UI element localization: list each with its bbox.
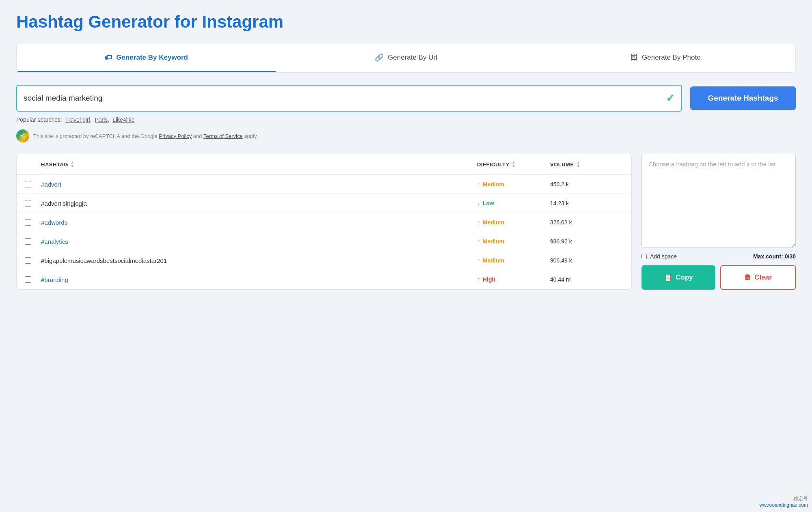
recaptcha-notice: rC This site is protected by reCAPTCHA a… [16, 129, 796, 142]
difficulty-advertisingjogja: ↓ Low [477, 200, 550, 207]
trash-icon: 🗑 [744, 273, 751, 282]
table-row: #bigapplemusicawardsbestsocialmediastar2… [17, 251, 631, 270]
volume-analytics: 986.96 k [550, 238, 623, 245]
keyword-icon: 🏷 [105, 54, 112, 62]
popular-item-0[interactable]: Travel girl [65, 116, 90, 123]
volume-bigapple: 906.49 k [550, 257, 623, 264]
popular-item-1[interactable]: Paris [95, 116, 108, 123]
difficulty-analytics: ↑ Medium [477, 238, 550, 245]
difficulty-branding: ↑ High [477, 276, 550, 283]
action-buttons: 📋 Copy 🗑 Clear [641, 265, 796, 290]
volume-sort[interactable]: ▲▼ [577, 161, 580, 168]
search-input-wrap: ✓ [16, 85, 682, 112]
hashtag-adwords[interactable]: #adwords [41, 219, 477, 226]
col-volume: VOLUME ▲▼ [550, 161, 623, 168]
table-row: #branding ↑ High 40.44 m [17, 270, 631, 289]
main-content: HASHTAG ▲▼ DIFFICULTY ▲▼ VOLUME ▲▼ #adve… [16, 154, 796, 290]
tab-photo[interactable]: 🖼 Generate By Photo [536, 44, 795, 72]
add-space-checkbox[interactable] [641, 254, 647, 259]
difficulty-advert: ↑ Medium [477, 181, 550, 188]
volume-adwords: 326.63 k [550, 219, 623, 226]
difficulty-adwords: ↑ Medium [477, 219, 550, 226]
tabs-container: 🏷 Generate By Keyword 🔗 Generate By Url … [16, 44, 796, 73]
popular-searches: Popular searches: Travel girl, Paris, Li… [16, 116, 796, 123]
table-header: HASHTAG ▲▼ DIFFICULTY ▲▼ VOLUME ▲▼ [17, 154, 631, 175]
hashtag-advert[interactable]: #advert [41, 181, 477, 188]
copy-button[interactable]: 📋 Copy [641, 265, 715, 290]
terms-of-service-link[interactable]: Terms of Service [203, 133, 243, 139]
col-difficulty: DIFFICULTY ▲▼ [477, 161, 550, 168]
search-input[interactable] [24, 86, 666, 111]
tab-url[interactable]: 🔗 Generate By Url [276, 44, 536, 72]
hashtag-list-placeholder: Choose a hashtag on the left to add it t… [648, 161, 776, 168]
url-icon: 🔗 [375, 53, 384, 62]
row-checkbox-2[interactable] [25, 219, 31, 226]
hashtag-advertisingjogja: #advertisingjogja [41, 200, 477, 207]
generate-hashtags-button[interactable]: Generate Hashtags [690, 86, 796, 110]
row-checkbox-5[interactable] [25, 276, 31, 283]
tab-photo-label: Generate By Photo [642, 54, 701, 62]
table-row: #analytics ↑ Medium 986.96 k [17, 232, 631, 251]
check-icon: ✓ [666, 92, 675, 105]
hashtag-list-box[interactable]: Choose a hashtag on the left to add it t… [641, 154, 796, 247]
page-title: Hashtag Generator for Instagram [16, 12, 796, 32]
recaptcha-logo: rC [16, 129, 29, 142]
privacy-policy-link[interactable]: Privacy Policy [159, 133, 192, 139]
row-checkbox-3[interactable] [25, 238, 31, 245]
max-count: Max count: 0/30 [753, 253, 796, 260]
table-row: #advertisingjogja ↓ Low 14.23 k [17, 194, 631, 213]
difficulty-sort[interactable]: ▲▼ [512, 161, 516, 168]
volume-advert: 450.2 k [550, 181, 623, 187]
watermark-link[interactable]: www.wendinghao.com [760, 502, 808, 508]
hashtag-table: HASHTAG ▲▼ DIFFICULTY ▲▼ VOLUME ▲▼ #adve… [16, 154, 632, 290]
photo-icon: 🖼 [631, 54, 638, 62]
table-row: #advert ↑ Medium 450.2 k [17, 175, 631, 194]
difficulty-bigapple: ↑ Medium [477, 257, 550, 264]
col-hashtag: HASHTAG ▲▼ [41, 161, 477, 168]
copy-icon: 📋 [664, 273, 672, 282]
row-checkbox-4[interactable] [25, 257, 31, 264]
popular-item-2[interactable]: Like4like [112, 116, 134, 123]
hashtag-analytics[interactable]: #analytics [41, 238, 477, 245]
right-panel: Choose a hashtag on the left to add it t… [641, 154, 796, 290]
hashtag-bigapple: #bigapplemusicawardsbestsocialmediastar2… [41, 257, 477, 264]
recaptcha-text: This site is protected by reCAPTCHA and … [33, 133, 258, 139]
volume-branding: 40.44 m [550, 276, 623, 283]
clear-button[interactable]: 🗑 Clear [720, 265, 796, 290]
checkbox-col-header [25, 161, 41, 168]
hashtag-sort[interactable]: ▲▼ [71, 161, 74, 168]
search-section: ✓ Generate Hashtags [16, 85, 796, 112]
volume-advertisingjogja: 14.23 k [550, 200, 623, 207]
hashtag-branding[interactable]: #branding [41, 276, 477, 283]
add-space-label[interactable]: Add space [641, 253, 677, 260]
popular-label: Popular searches: [16, 116, 62, 123]
row-checkbox-0[interactable] [25, 181, 31, 187]
watermark: 稳定号 www.wendinghao.com [760, 495, 808, 508]
tab-keyword[interactable]: 🏷 Generate By Keyword [17, 44, 276, 72]
row-checkbox-1[interactable] [25, 200, 31, 207]
tab-url-label: Generate By Url [388, 54, 437, 62]
tab-keyword-label: Generate By Keyword [116, 54, 188, 62]
panel-footer: Add space Max count: 0/30 [641, 253, 796, 260]
table-row: #adwords ↑ Medium 326.63 k [17, 213, 631, 232]
